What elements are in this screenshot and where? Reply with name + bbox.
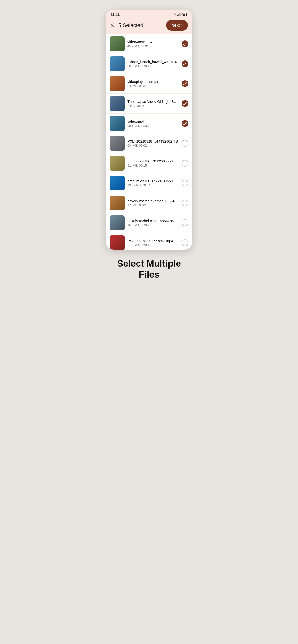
file-info: Pexels Videos 1777892.mp421.2 MB, 01:00	[127, 238, 179, 247]
svg-rect-5	[187, 14, 187, 15]
file-info: PXL_20220328_144332602.TS6.4 MB, 00:02	[127, 139, 179, 147]
status-icons	[172, 13, 187, 16]
file-thumbnail	[110, 136, 124, 151]
file-meta: 45.7 MB, 01:31	[127, 44, 179, 48]
list-item[interactable]: pexels-rachel-claire-8856785.mp416.8 MB,…	[106, 213, 192, 233]
file-list: video4new.mp445.7 MB, 01:31hidden_beach_…	[106, 34, 192, 250]
file-name: videoplayback.mp4	[127, 80, 179, 84]
file-info: pexels-kostas-exarhos-10654610.mp41.2 MB…	[127, 199, 179, 207]
next-button[interactable]: Next ›	[166, 20, 188, 31]
file-name: production ID_4812203.mp4	[127, 159, 179, 163]
file-thumbnail	[110, 156, 124, 170]
status-bar: 11:18	[106, 10, 192, 18]
checkbox-empty[interactable]	[182, 239, 188, 246]
file-name: Time Lapse Video Of Night Sky.mp4	[127, 100, 179, 104]
list-item[interactable]: videoplayback.mp48.8 MB, 02:31	[106, 74, 192, 94]
file-meta: 6.4 MB, 00:02	[127, 144, 179, 147]
file-thumbnail	[110, 216, 124, 230]
file-name: production ID_3765078.mp4	[127, 179, 179, 183]
svg-rect-6	[183, 14, 185, 16]
file-name: hidden_beach_hawaii_4K.mp4	[127, 60, 179, 64]
checkbox-empty[interactable]	[182, 200, 188, 206]
file-meta: 2 MB, 00:06	[127, 104, 179, 108]
file-meta: 8.8 MB, 02:31	[127, 84, 179, 88]
header-left: ✕ 5 Selected	[110, 22, 143, 28]
svg-rect-1	[179, 14, 179, 16]
file-info: video4new.mp445.7 MB, 01:31	[127, 40, 179, 48]
checkbox-empty[interactable]	[182, 220, 188, 226]
bottom-label: Select Multiple Files	[106, 258, 192, 280]
file-meta: 133.2 MB, 00:44	[127, 184, 179, 187]
svg-rect-3	[181, 13, 181, 16]
checkbox-selected[interactable]	[182, 100, 188, 107]
file-info: production ID_4812203.mp45.1 MB, 00:15	[127, 159, 179, 167]
file-name: video4new.mp4	[127, 40, 179, 44]
file-thumbnail	[110, 76, 124, 91]
checkbox-empty[interactable]	[182, 160, 188, 166]
checkbox-selected[interactable]	[182, 80, 188, 87]
outer-container: 11:18	[106, 10, 192, 280]
file-thumbnail	[110, 196, 124, 210]
signal-icon	[177, 13, 181, 16]
file-thumbnail	[110, 176, 124, 190]
list-item[interactable]: hidden_beach_hawaii_4K.mp420.5 MB, 00:03	[106, 54, 192, 74]
file-meta: 16.8 MB, 00:06	[127, 223, 179, 227]
list-item[interactable]: PXL_20220328_144332602.TS6.4 MB, 00:02	[106, 134, 192, 153]
file-info: hidden_beach_hawaii_4K.mp420.5 MB, 00:03	[127, 60, 179, 68]
file-thumbnail	[110, 116, 124, 131]
file-name: pexels-rachel-claire-8856785.mp4	[127, 219, 179, 223]
file-name: PXL_20220328_144332602.TS	[127, 139, 179, 143]
chevron-right-icon: ›	[181, 23, 183, 28]
file-thumbnail	[110, 56, 124, 71]
file-thumbnail	[110, 235, 124, 250]
wifi-icon	[172, 13, 176, 16]
header: ✕ 5 Selected Next ›	[106, 18, 192, 34]
file-info: videoplayback.mp48.8 MB, 02:31	[127, 80, 179, 88]
file-name: Pexels Videos 1777892.mp4	[127, 238, 179, 243]
file-thumbnail	[110, 96, 124, 111]
phone-frame: 11:18	[106, 10, 192, 250]
checkbox-selected[interactable]	[182, 40, 188, 47]
list-item[interactable]: pexels-kostas-exarhos-10654610.mp41.2 MB…	[106, 193, 192, 213]
file-name: video.mp4	[127, 119, 179, 124]
selected-count: 5 Selected	[118, 22, 143, 28]
list-item[interactable]: production ID_4812203.mp45.1 MB, 00:15	[106, 153, 192, 173]
file-info: Time Lapse Video Of Night Sky.mp42 MB, 0…	[127, 100, 179, 108]
battery-icon	[182, 13, 187, 16]
file-meta: 20.5 MB, 00:03	[127, 64, 179, 68]
list-item[interactable]: video.mp498.1 MB, 00:33	[106, 114, 192, 134]
checkbox-selected[interactable]	[182, 60, 188, 67]
file-info: video.mp498.1 MB, 00:33	[127, 119, 179, 128]
file-meta: 1.2 MB, 00:01	[127, 204, 179, 207]
next-label: Next	[171, 23, 180, 28]
file-name: pexels-kostas-exarhos-10654610.mp4	[127, 199, 179, 203]
list-item[interactable]: Time Lapse Video Of Night Sky.mp42 MB, 0…	[106, 94, 192, 114]
file-info: pexels-rachel-claire-8856785.mp416.8 MB,…	[127, 219, 179, 227]
close-button[interactable]: ✕	[110, 23, 114, 28]
list-item[interactable]: Pexels Videos 1777892.mp421.2 MB, 01:00	[106, 233, 192, 250]
checkbox-empty[interactable]	[182, 180, 188, 186]
status-time: 11:18	[111, 12, 120, 16]
list-item[interactable]: production ID_3765078.mp4133.2 MB, 00:44	[106, 173, 192, 193]
file-meta: 98.1 MB, 00:33	[127, 124, 179, 128]
svg-rect-2	[180, 14, 180, 16]
file-info: production ID_3765078.mp4133.2 MB, 00:44	[127, 179, 179, 187]
file-thumbnail	[110, 36, 124, 51]
list-item[interactable]: video4new.mp445.7 MB, 01:31	[106, 34, 192, 54]
file-meta: 21.2 MB, 01:00	[127, 243, 179, 247]
file-meta: 5.1 MB, 00:15	[127, 164, 179, 167]
checkbox-empty[interactable]	[182, 140, 188, 146]
svg-rect-0	[177, 15, 178, 16]
checkbox-selected[interactable]	[182, 120, 188, 127]
